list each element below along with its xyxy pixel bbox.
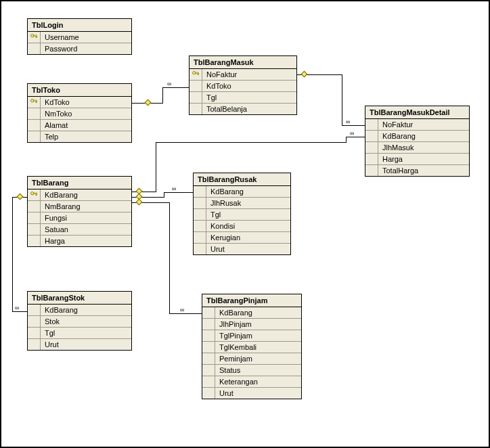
table-field-row[interactable]: Kondisi [194, 220, 290, 231]
table-field-row[interactable]: Satuan [28, 223, 131, 235]
table-tblbarangpinjam[interactable]: TblBarangPinjam KdBarangJlhPinjamTglPinj… [202, 294, 302, 399]
table-field-row[interactable]: Tgl [28, 327, 131, 338]
field-name: TotalHarga [378, 165, 469, 176]
rel-end-many-icon: ∞ [180, 307, 184, 313]
field-name: KdBarang [215, 307, 301, 318]
rel-end-many-icon: ∞ [172, 186, 176, 192]
field-name: Urut [206, 244, 290, 254]
field-name: TotalBelanja [202, 104, 296, 114]
table-field-row[interactable]: TglKembali [202, 341, 301, 353]
table-field-row[interactable]: NmBarang [28, 200, 131, 212]
table-field-row[interactable]: JlhMasuk [365, 141, 469, 153]
rel-line [164, 192, 193, 193]
table-field-row[interactable]: KdBarang [28, 305, 131, 315]
table-field-row[interactable]: Urut [194, 243, 290, 254]
table-field-row[interactable]: Urut [202, 387, 301, 399]
field-key-cell [190, 92, 202, 103]
rel-end-key-icon [301, 71, 308, 78]
field-key-cell [202, 342, 215, 353]
field-name: KdToko [41, 97, 131, 108]
rel-line [169, 313, 202, 314]
field-name: Tgl [206, 209, 290, 220]
er-diagram-canvas: TblLogin UsernamePassword TblToko KdToko… [0, 0, 490, 448]
field-key-cell [202, 388, 215, 399]
table-field-row[interactable]: KdBarang [202, 307, 301, 318]
table-field-row[interactable]: Kerugian [194, 231, 290, 243]
field-key-cell [28, 120, 41, 131]
rel-end-key-icon [17, 194, 24, 200]
rel-end-many-icon: ∞ [350, 131, 354, 137]
field-name: Tgl [41, 328, 131, 338]
table-tbllogin[interactable]: TblLogin UsernamePassword [27, 18, 132, 55]
field-key-cell [28, 212, 41, 223]
field-name: Kondisi [206, 221, 290, 231]
field-key-cell [28, 339, 41, 350]
field-name: Fungsi [41, 212, 131, 223]
table-tblbarangmasuk[interactable]: TblBarangMasuk NoFakturKdTokoTglTotalBel… [189, 55, 297, 115]
field-name: KdBarang [41, 305, 131, 315]
table-field-row[interactable]: Harga [28, 235, 131, 246]
table-field-row[interactable]: JlhRusak [194, 197, 290, 208]
table-field-row[interactable]: Tgl [194, 208, 290, 220]
rel-line [342, 125, 365, 126]
table-field-row[interactable]: NmToko [28, 108, 131, 119]
table-field-row[interactable]: JlhPinjam [202, 318, 301, 330]
table-field-row[interactable]: KdBarang [28, 189, 131, 200]
table-field-row[interactable]: Peminjam [202, 353, 301, 364]
table-field-row[interactable]: Urut [28, 338, 131, 350]
table-field-row[interactable]: Fungsi [28, 212, 131, 223]
table-title: TblBarang [28, 177, 131, 189]
table-tblbarangstok[interactable]: TblBarangStok KdBarangStokTglUrut [27, 291, 132, 351]
field-key-cell [28, 224, 41, 235]
primary-key-icon [190, 69, 202, 80]
table-fields: NoFakturKdTokoTglTotalBelanja [190, 69, 296, 114]
table-field-row[interactable]: NoFaktur [365, 119, 469, 130]
field-key-cell [194, 221, 206, 231]
table-field-row[interactable]: TotalBelanja [190, 103, 296, 114]
field-name: Kerugian [206, 232, 290, 243]
table-fields: KdTokoNmTokoAlamatTelp [28, 97, 131, 142]
rel-line [12, 311, 27, 312]
rel-line [164, 192, 164, 198]
field-name: KdBarang [206, 186, 290, 197]
field-name: Urut [41, 339, 131, 350]
field-name: NoFaktur [378, 119, 469, 130]
table-field-row[interactable]: KdBarang [365, 130, 469, 141]
field-key-cell [28, 201, 41, 212]
field-key-cell [28, 305, 41, 315]
table-field-row[interactable]: TglPinjam [202, 330, 301, 341]
field-key-cell [28, 131, 41, 142]
rel-end-many-icon: ∞ [167, 81, 171, 87]
key-icon [30, 98, 38, 106]
table-field-row[interactable]: Username [28, 32, 131, 43]
table-tblbarangrusak[interactable]: TblBarangRusak KdBarangJlhRusakTglKondis… [193, 173, 291, 255]
table-fields: KdBarangJlhRusakTglKondisiKerugianUrut [194, 186, 290, 254]
table-field-row[interactable]: KdToko [28, 97, 131, 108]
table-title: TblBarangMasukDetail [365, 106, 469, 119]
table-field-row[interactable]: Harga [365, 153, 469, 164]
table-field-row[interactable]: KdToko [190, 80, 296, 91]
table-tblbarangmasukdetail[interactable]: TblBarangMasukDetail NoFakturKdBarangJlh… [365, 106, 470, 177]
table-field-row[interactable]: Keterangan [202, 376, 301, 387]
table-field-row[interactable]: Tgl [190, 91, 296, 103]
table-field-row[interactable]: Password [28, 43, 131, 54]
field-key-cell [194, 186, 206, 197]
field-key-cell [194, 198, 206, 208]
field-key-cell [190, 104, 202, 114]
field-name: Peminjam [215, 353, 301, 364]
table-tbltoko[interactable]: TblToko KdTokoNmTokoAlamatTelp [27, 83, 132, 143]
field-key-cell [365, 154, 378, 164]
table-tblbarang[interactable]: TblBarang KdBarangNmBarangFungsiSatuanHa… [27, 176, 132, 247]
svg-rect-2 [36, 37, 37, 38]
svg-rect-11 [198, 74, 199, 75]
table-field-row[interactable]: NoFaktur [190, 69, 296, 80]
table-field-row[interactable]: Alamat [28, 119, 131, 131]
table-field-row[interactable]: Stok [28, 315, 131, 327]
table-field-row[interactable]: Status [202, 364, 301, 376]
field-name: Tgl [202, 92, 296, 103]
table-fields: KdBarangNmBarangFungsiSatuanHarga [28, 189, 131, 246]
table-field-row[interactable]: TotalHarga [365, 164, 469, 176]
table-field-row[interactable]: Telp [28, 131, 131, 142]
field-name: Status [215, 365, 301, 376]
table-field-row[interactable]: KdBarang [194, 186, 290, 197]
